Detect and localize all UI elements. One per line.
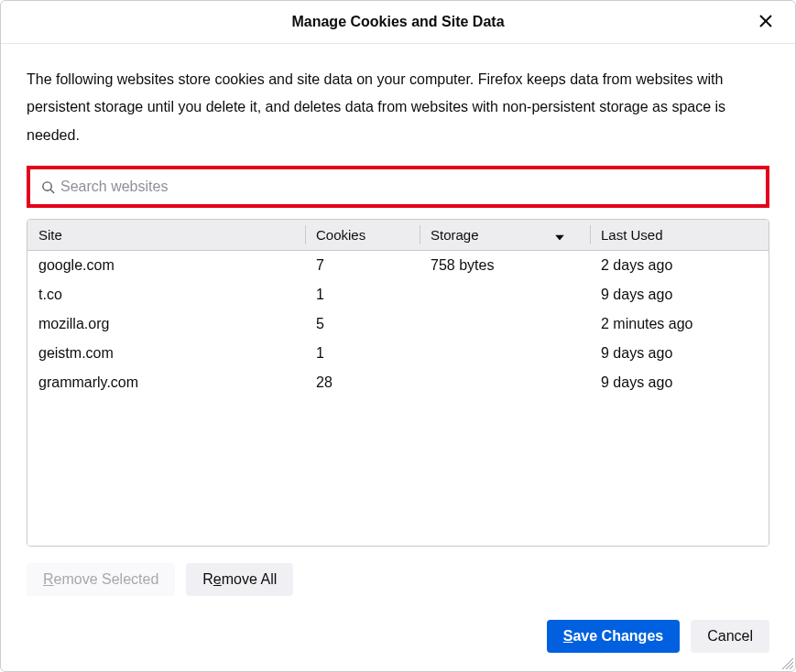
cell-cookies: 5 bbox=[305, 309, 420, 339]
column-header-cookies-label: Cookies bbox=[316, 227, 365, 243]
search-icon bbox=[41, 180, 55, 194]
svg-point-2 bbox=[43, 182, 51, 190]
cell-lastused: 9 days ago bbox=[590, 280, 769, 309]
cell-storage bbox=[420, 280, 590, 309]
cell-cookies: 7 bbox=[305, 251, 420, 280]
table-row[interactable]: t.co19 days ago bbox=[27, 280, 769, 309]
search-field-container bbox=[34, 173, 762, 201]
remove-selected-button[interactable]: Remove Selected bbox=[27, 563, 175, 596]
save-changes-button[interactable]: Save Changes bbox=[547, 620, 680, 653]
table-body[interactable]: google.com7758 bytes2 days agot.co19 day… bbox=[27, 251, 769, 546]
cell-lastused: 2 days ago bbox=[590, 251, 769, 280]
column-header-lastused[interactable]: Last Used bbox=[590, 220, 769, 250]
table-row[interactable]: google.com7758 bytes2 days ago bbox=[27, 251, 769, 280]
table-row[interactable]: geistm.com19 days ago bbox=[27, 339, 769, 368]
cell-cookies: 1 bbox=[305, 339, 420, 368]
column-header-site[interactable]: Site bbox=[27, 220, 305, 250]
cell-site: t.co bbox=[27, 280, 305, 309]
dialog-title: Manage Cookies and Site Data bbox=[291, 14, 504, 30]
table-row[interactable]: mozilla.org52 minutes ago bbox=[27, 309, 769, 339]
cell-site: google.com bbox=[27, 251, 305, 280]
search-highlight-box bbox=[27, 166, 769, 208]
column-header-cookies[interactable]: Cookies bbox=[305, 220, 420, 250]
sort-desc-icon bbox=[555, 227, 564, 243]
column-header-storage-label: Storage bbox=[431, 227, 479, 243]
close-icon bbox=[758, 14, 773, 31]
search-input[interactable] bbox=[60, 179, 755, 195]
dialog-description: The following websites store cookies and… bbox=[27, 66, 769, 149]
table-header-row: Site Cookies Storage Last Used bbox=[27, 220, 769, 251]
sites-table: Site Cookies Storage Last Used google.co… bbox=[27, 219, 769, 547]
cookies-dialog: Manage Cookies and Site Data The followi… bbox=[0, 0, 796, 672]
dialog-body: The following websites store cookies and… bbox=[1, 44, 795, 605]
dialog-header: Manage Cookies and Site Data bbox=[1, 1, 795, 44]
column-header-site-label: Site bbox=[38, 227, 62, 243]
column-header-storage[interactable]: Storage bbox=[420, 220, 590, 250]
table-row[interactable]: grammarly.com289 days ago bbox=[27, 368, 769, 397]
svg-line-3 bbox=[50, 190, 54, 193]
cell-lastused: 2 minutes ago bbox=[590, 309, 769, 339]
cell-site: grammarly.com bbox=[27, 368, 305, 397]
cell-lastused: 9 days ago bbox=[590, 368, 769, 397]
cell-cookies: 1 bbox=[305, 280, 420, 309]
remove-all-button[interactable]: Remove All bbox=[186, 563, 293, 596]
cancel-button[interactable]: Cancel bbox=[691, 620, 769, 653]
close-button[interactable] bbox=[753, 9, 779, 35]
cell-cookies: 28 bbox=[305, 368, 420, 397]
column-header-lastused-label: Last Used bbox=[601, 227, 663, 243]
svg-marker-4 bbox=[555, 234, 564, 240]
dialog-footer: Save Changes Cancel bbox=[1, 605, 795, 671]
cell-storage bbox=[420, 368, 590, 397]
cell-storage: 758 bytes bbox=[420, 251, 590, 280]
remove-actions-row: Remove Selected Remove All bbox=[27, 563, 769, 596]
cell-lastused: 9 days ago bbox=[590, 339, 769, 368]
cell-storage bbox=[420, 339, 590, 368]
cell-site: geistm.com bbox=[27, 339, 305, 368]
cell-site: mozilla.org bbox=[27, 309, 305, 339]
cell-storage bbox=[420, 309, 590, 339]
